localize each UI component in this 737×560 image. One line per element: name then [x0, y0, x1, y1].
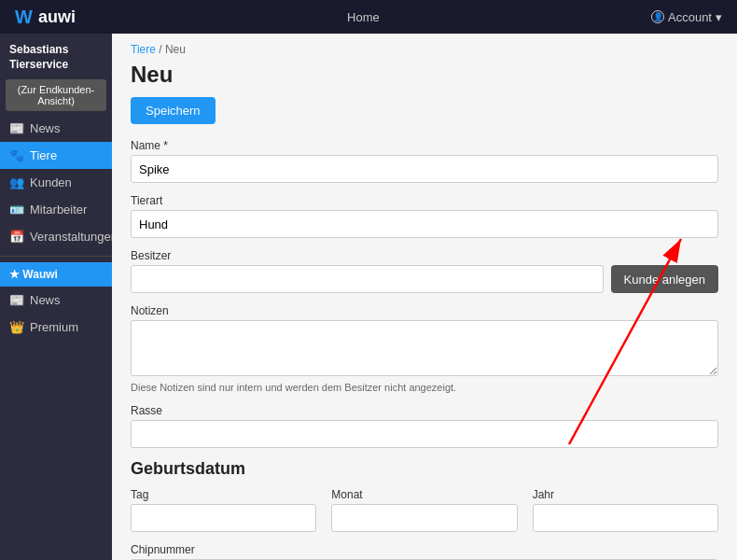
- tag-col: Tag: [131, 488, 316, 532]
- sidebar-section-title: Sebastians Tierservice: [0, 34, 112, 76]
- tierart-field-group: Tierart: [131, 194, 718, 238]
- jahr-input[interactable]: [533, 504, 718, 532]
- logo: W auwi: [15, 7, 76, 28]
- sidebar-item-veranstaltungen[interactable]: 📅 Veranstaltungen: [0, 223, 112, 250]
- sidebar-item-premium[interactable]: 👑 Premium: [0, 314, 112, 341]
- tag-label: Tag: [131, 488, 316, 501]
- account-icon: 👤: [651, 10, 664, 23]
- main-layout: Sebastians Tierservice (Zur Endkunden-An…: [0, 34, 737, 560]
- kunde-anlegen-button[interactable]: Kunde anlegen: [611, 265, 718, 293]
- date-row: Tag Monat Jahr: [131, 488, 718, 532]
- sidebar: Sebastians Tierservice (Zur Endkunden-An…: [0, 34, 112, 560]
- main-content: Tiere / Neu Neu Speichern Name * Tierart…: [112, 34, 737, 560]
- kunden-icon: 👥: [9, 175, 24, 189]
- notizen-note: Diese Notizen sind nur intern und werden…: [131, 382, 718, 393]
- chevron-down-icon: ▾: [716, 10, 722, 24]
- wauwi-section-header: ★ Wauwi: [0, 262, 112, 287]
- rasse-field-group: Rasse: [131, 404, 718, 448]
- sidebar-item-news-wauwi[interactable]: 📰 News: [0, 287, 112, 314]
- news-icon: 📰: [9, 121, 24, 135]
- sidebar-item-kunden[interactable]: 👥 Kunden: [0, 169, 112, 196]
- name-input[interactable]: [131, 155, 718, 183]
- besitzer-input[interactable]: [131, 265, 604, 293]
- rasse-label: Rasse: [131, 404, 718, 417]
- news-wauwi-icon: 📰: [9, 293, 24, 307]
- chipnummer-label: Chipnummer: [131, 543, 718, 556]
- rasse-input[interactable]: [131, 420, 718, 448]
- save-button-top[interactable]: Speichern: [131, 97, 216, 124]
- notizen-label: Notizen: [131, 304, 718, 317]
- customer-view-button[interactable]: (Zur Endkunden-Ansicht): [6, 79, 106, 111]
- notizen-input[interactable]: [131, 320, 718, 376]
- sidebar-item-mitarbeiter[interactable]: 🪪 Mitarbeiter: [0, 196, 112, 223]
- chipnummer-field-group: Chipnummer: [131, 543, 718, 560]
- breadcrumb-tiere[interactable]: Tiere: [131, 43, 156, 56]
- geburtsdatum-title: Geburtsdatum: [131, 459, 718, 479]
- breadcrumb-current: Neu: [165, 43, 186, 56]
- mitarbeiter-icon: 🪪: [9, 203, 24, 217]
- monat-col: Monat: [331, 488, 517, 532]
- sidebar-item-label: Premium: [30, 320, 78, 334]
- besitzer-row: Kunde anlegen: [131, 265, 718, 293]
- sidebar-item-news-top[interactable]: 📰 News: [0, 115, 112, 142]
- tiere-icon: 🐾: [9, 148, 24, 162]
- page-title: Neu: [131, 62, 718, 88]
- sidebar-item-label: News: [30, 121, 61, 135]
- tag-input[interactable]: [131, 504, 316, 532]
- logo-text: auwi: [38, 7, 76, 27]
- account-label: Account: [668, 10, 712, 24]
- sidebar-item-label: News: [30, 293, 61, 307]
- sidebar-item-label: Veranstaltungen: [30, 230, 112, 244]
- home-link[interactable]: Home: [347, 10, 380, 24]
- sidebar-item-label: Tiere: [30, 148, 57, 162]
- premium-icon: 👑: [9, 320, 24, 334]
- jahr-label: Jahr: [533, 488, 718, 501]
- tierart-label: Tierart: [131, 194, 718, 207]
- besitzer-label: Besitzer: [131, 249, 718, 262]
- topnav-links: Home: [347, 10, 380, 24]
- veranstaltungen-icon: 📅: [9, 230, 24, 244]
- breadcrumb-separator: /: [159, 43, 165, 56]
- name-label: Name *: [131, 139, 718, 152]
- jahr-col: Jahr: [533, 488, 718, 532]
- notizen-field-group: Notizen Diese Notizen sind nur intern un…: [131, 304, 718, 393]
- besitzer-field-group: Besitzer Kunde anlegen: [131, 249, 718, 293]
- breadcrumb: Tiere / Neu: [131, 43, 718, 56]
- logo-w: W: [15, 7, 33, 28]
- tierart-input[interactable]: [131, 210, 718, 238]
- monat-input[interactable]: [331, 504, 517, 532]
- monat-label: Monat: [331, 488, 517, 501]
- sidebar-item-label: Mitarbeiter: [30, 203, 87, 217]
- name-field-group: Name *: [131, 139, 718, 183]
- sidebar-divider: [0, 256, 112, 257]
- sidebar-item-label: Kunden: [30, 175, 72, 189]
- account-menu[interactable]: 👤 Account ▾: [651, 10, 722, 24]
- sidebar-item-tiere[interactable]: 🐾 Tiere: [0, 142, 112, 169]
- top-navigation: W auwi Home 👤 Account ▾: [0, 0, 737, 34]
